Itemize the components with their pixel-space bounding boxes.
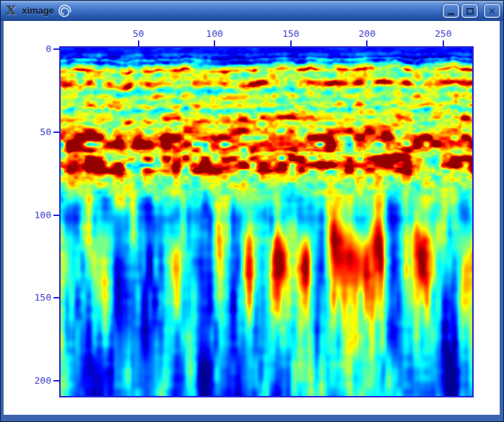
x-axis-tick-label: 100 [206,28,222,39]
x-axis-tick [214,40,215,46]
minimize-button[interactable] [443,4,459,18]
y-axis-tick [53,215,59,216]
spiral-icon [55,1,74,20]
titlebar[interactable]: X ximage ✕ [1,1,503,21]
close-button[interactable]: ✕ [484,4,500,18]
x-axis-tick-label: 150 [282,28,299,39]
y-axis-tick-label: 100 [35,210,51,221]
minimize-icon [448,13,454,15]
maximize-button[interactable] [461,4,478,18]
x-axis-tick-label: 200 [358,28,375,39]
x-axis-tick [366,40,368,46]
window-controls: ✕ [443,4,500,18]
y-axis-tick-label: 0 [45,43,51,55]
y-axis-tick [53,132,59,133]
x-axis-tick [443,40,444,46]
y-axis-tick [53,380,59,382]
y-axis-tick [53,48,59,50]
x-axis-tick [138,40,139,46]
x11-logo-icon: X [6,4,16,17]
x-axis-tick [290,40,292,46]
seismic-heatmap[interactable] [61,48,472,396]
y-axis-tick-label: 50 [40,126,51,138]
window-content: 50100150200250050100150200 [4,21,500,415]
window-title: ximage [22,5,54,16]
close-icon: ✕ [488,7,496,16]
y-axis-tick [53,297,59,298]
x-axis-tick-label: 250 [435,28,451,39]
y-axis-tick-label: 150 [35,292,51,303]
x-axis-tick-label: 50 [133,28,144,39]
plot-area: 50100150200250050100150200 [59,46,474,397]
maximize-icon [466,8,474,14]
y-axis-tick-label: 200 [35,375,51,387]
ximage-window: X ximage ✕ 50100150200250050100150200 [0,0,504,422]
